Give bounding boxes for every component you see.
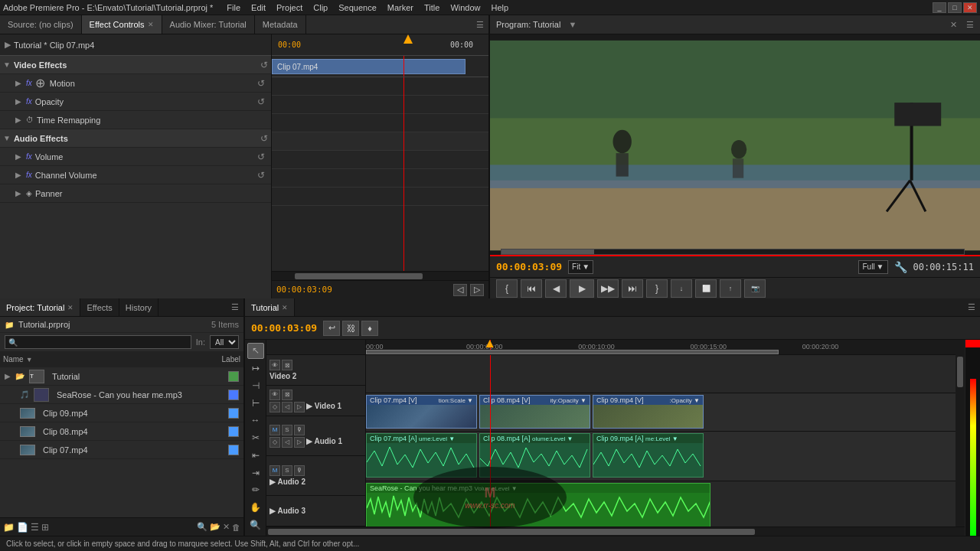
audio1-solo-button[interactable]: S [282, 425, 292, 435]
video1-arrow-left-button[interactable]: ◁ [282, 402, 292, 412]
tab-project[interactable]: Project: Tutorial ✕ [0, 298, 80, 316]
track-audio1[interactable]: Clip 07.mp4 [A] ume:Level ▼ [366, 432, 956, 481]
selection-tool-button[interactable]: ↖ [247, 343, 264, 359]
ripple-edit-tool-button[interactable]: ⊣ [247, 377, 264, 393]
video1-sync-button[interactable]: ⊠ [282, 390, 292, 400]
menu-project[interactable]: Project [272, 2, 307, 13]
maximize-button[interactable]: □ [948, 2, 962, 13]
insert-button[interactable]: ↓ [671, 279, 692, 298]
new-bin-icon[interactable]: 📁 [3, 522, 15, 533]
list-item[interactable]: Clip 08.mp4 [0, 422, 243, 441]
clip-v1-clip09[interactable]: Clip 09.mp4 [V] :Opacity ▼ [593, 395, 704, 429]
effect-h-scrollbar-thumb[interactable] [295, 273, 423, 279]
list-item[interactable]: Clip 09.mp4 [0, 404, 243, 422]
audio-effects-header[interactable]: ▼ Audio Effects ↺ [0, 129, 271, 148]
add-marker-button[interactable]: ♦ [361, 321, 378, 336]
audio-effects-reset-icon[interactable]: ↺ [260, 133, 268, 144]
volume-item[interactable]: ▶ fx Volume ↺ [0, 148, 271, 166]
menu-help[interactable]: Help [487, 2, 514, 13]
tab-tutorial-close[interactable]: ✕ [282, 304, 288, 311]
project-menu-icon[interactable]: ☰ [231, 302, 239, 312]
opacity-item[interactable]: ▶ fx Opacity ↺ [0, 93, 271, 111]
rolling-edit-tool-button[interactable]: ⊢ [247, 395, 264, 411]
list-item[interactable]: 🎵 SeaRose - Can you hear me.mp3 [0, 386, 243, 404]
audio1-mute-button[interactable]: M [270, 425, 280, 435]
slide-tool-button[interactable]: ⇥ [247, 465, 264, 481]
linked-selection-button[interactable]: ⛓ [342, 321, 359, 336]
audio1-mic-button[interactable]: 🎙 [294, 425, 305, 435]
timeline-menu-icon[interactable]: ☰ [968, 302, 975, 312]
search-bottom-icon[interactable]: 🔍 [197, 522, 207, 532]
search-input[interactable] [20, 338, 188, 347]
clip-a1-clip07[interactable]: Clip 07.mp4 [A] ume:Level ▼ [366, 433, 477, 478]
goto-in-button[interactable]: ◁ [453, 284, 467, 296]
razor-tool-button[interactable]: ✂ [247, 430, 264, 446]
audio1-arrow-left[interactable]: ◁ [282, 437, 292, 448]
clear-icon[interactable]: ✕ [223, 522, 230, 532]
video2-sync-button[interactable]: ⊠ [282, 360, 292, 370]
lift-button[interactable]: ↑ [720, 279, 741, 298]
motion-item[interactable]: ▶ fx ⊕ Motion ↺ [0, 74, 271, 93]
goto-out-button[interactable]: ▷ [470, 284, 484, 296]
folder-icon[interactable]: 📂 [210, 522, 220, 532]
clip-a1-clip09[interactable]: Clip 09.mp4 [A] me:Level ▼ [593, 433, 704, 478]
in-dropdown[interactable]: All [210, 335, 239, 349]
video1-arrow-right-button[interactable]: ▷ [294, 402, 305, 412]
mark-in-button[interactable]: { [496, 279, 518, 298]
video1-keyframe-button[interactable]: ◇ [270, 402, 280, 412]
overwrite-button[interactable]: ⬜ [695, 279, 717, 298]
monitor-close-icon[interactable]: ✕ [950, 20, 957, 30]
zoom-tool-button[interactable]: 🔍 [247, 517, 264, 533]
tab-metadata[interactable]: Metadata [255, 15, 306, 34]
audio1-keyframe-button[interactable]: ◇ [270, 437, 280, 448]
audio1-arrow-right[interactable]: ▷ [294, 437, 305, 448]
monitor-progress-bar[interactable] [501, 249, 965, 255]
timeline-v-scrollbar-thumb[interactable] [957, 357, 963, 387]
list-item[interactable]: Clip 07.mp4 [0, 441, 243, 459]
video-effects-header[interactable]: ▼ Video Effects ↺ [0, 56, 271, 74]
clip-a2-searose[interactable]: SeaRose - Can you hear me.mp3 VolumeLeve… [366, 483, 710, 527]
audio2-solo-button[interactable]: S [282, 465, 292, 476]
tab-effects[interactable]: Effects [80, 298, 119, 316]
tab-audio-mixer[interactable]: Audio Mixer: Tutorial [162, 15, 255, 34]
tab-history[interactable]: History [119, 298, 158, 316]
volume-reset-icon[interactable]: ↺ [257, 152, 265, 162]
tab-effect-controls-close[interactable]: ✕ [148, 21, 154, 28]
time-remapping-item[interactable]: ▶ ⏱ Time Remapping [0, 111, 271, 129]
monitor-dropdown-icon[interactable]: ▼ [568, 20, 577, 29]
timeline-h-scrollbar[interactable] [266, 527, 965, 536]
clip-v1-clip08[interactable]: Clip 08.mp4 [V] ity:Opacity ▼ [479, 395, 590, 429]
snap-to-timeline-button[interactable]: ↩ [323, 321, 340, 336]
monitor-menu-icon[interactable]: ☰ [966, 20, 974, 30]
channel-volume-reset-icon[interactable]: ↺ [257, 170, 265, 181]
mark-out-button[interactable]: } [646, 279, 668, 298]
track-select-tool-button[interactable]: ↦ [247, 360, 264, 377]
motion-reset-icon[interactable]: ↺ [257, 78, 265, 89]
track-video2[interactable] [366, 355, 956, 393]
timeline-h-scrollbar-thumb[interactable] [268, 529, 755, 535]
opacity-reset-icon[interactable]: ↺ [257, 96, 265, 107]
step-forward-button[interactable]: ▶▶ [597, 279, 619, 298]
play-button[interactable]: ▶ [570, 279, 594, 298]
clip-a1-clip08[interactable]: Clip 08.mp4 [A] olume:Level ▼ [479, 433, 590, 478]
rate-stretch-tool-button[interactable]: ↔ [247, 412, 264, 429]
wrench-icon[interactable]: 🔧 [894, 261, 907, 273]
close-button[interactable]: ✕ [963, 2, 977, 13]
menu-window[interactable]: Window [446, 2, 485, 13]
timeline-v-scrollbar[interactable] [956, 355, 965, 527]
pen-tool-button[interactable]: ✏ [247, 482, 264, 498]
full-dropdown[interactable]: Full ▼ [858, 260, 887, 274]
go-to-out-button[interactable]: ⏭ [622, 279, 643, 298]
video-effects-reset-icon[interactable]: ↺ [260, 60, 268, 70]
track-video1[interactable]: Clip 07.mp4 [V] tion:Scale ▼ [366, 393, 956, 432]
col-name[interactable]: Name ▼ [3, 355, 222, 364]
minimize-button[interactable]: _ [933, 2, 946, 13]
channel-volume-item[interactable]: ▶ fx Channel Volume ↺ [0, 166, 271, 184]
audio2-mic-button[interactable]: 🎙 [294, 465, 305, 476]
menu-edit[interactable]: Edit [247, 2, 270, 13]
menu-marker[interactable]: Marker [383, 2, 418, 13]
step-back-button[interactable]: ◀ [545, 279, 567, 298]
panel-menu-icon[interactable]: ☰ [476, 20, 484, 30]
menu-file[interactable]: File [222, 2, 245, 13]
effect-h-scrollbar[interactable] [272, 271, 488, 280]
